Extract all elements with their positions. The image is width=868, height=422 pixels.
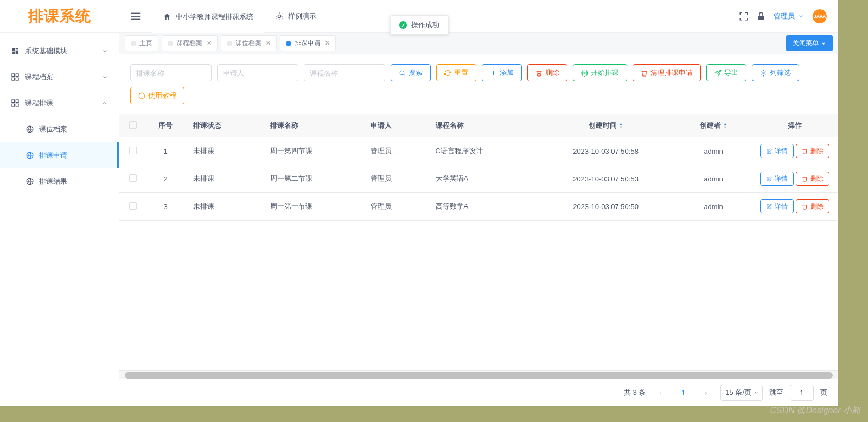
sidebar-item-label: 排课申请 <box>39 150 67 160</box>
tab-slot-archive[interactable]: 课位档案 ✕ <box>221 35 277 51</box>
tab-course-archive[interactable]: 课程档案 ✕ <box>162 35 218 51</box>
th-actions: 操作 <box>751 114 838 137</box>
refresh-icon <box>444 70 451 77</box>
cell-applicant: 管理员 <box>362 193 427 221</box>
delete-button[interactable]: 删除 <box>527 64 567 81</box>
svg-point-3 <box>278 15 280 17</box>
close-menu-button[interactable]: 关闭菜单 <box>786 35 833 51</box>
sidebar-sub-slot-archive[interactable]: 课位档案 <box>0 116 119 142</box>
cell-index: 3 <box>146 193 184 221</box>
jump-page-input[interactable] <box>790 385 814 401</box>
check-icon: ✓ <box>399 21 407 29</box>
detail-button[interactable]: 详情 <box>760 144 794 158</box>
svg-line-8 <box>277 13 277 14</box>
tutorial-button[interactable]: 使用教程 <box>130 87 184 104</box>
tab-dot-icon <box>168 41 173 46</box>
cell-created-at: 2023-10-03 07:50:58 <box>536 137 675 165</box>
search-applicant-input[interactable] <box>217 64 298 81</box>
page-number[interactable]: 1 <box>675 385 691 401</box>
th-created-at[interactable]: 创建时间▲▼ <box>536 114 675 137</box>
svg-point-35 <box>584 72 585 73</box>
header-tab-label: 中小学教师课程排课系统 <box>176 12 253 22</box>
avatar[interactable]: JAVA <box>812 9 827 24</box>
lock-button[interactable] <box>756 11 766 21</box>
sidebar-item-label: 课程档案 <box>25 72 53 82</box>
table-row: 3未排课周一第一节课管理员高等数学A2023-10-03 07:50:50adm… <box>119 193 838 221</box>
header-tab-system[interactable]: 中小学教师课程排课系统 <box>152 0 264 33</box>
select-all-checkbox[interactable] <box>129 121 137 129</box>
sidebar: 系统基础模块 课程档案 课程排课 课位档案 排课申请 <box>0 33 119 406</box>
close-icon[interactable]: ✕ <box>325 40 330 47</box>
svg-rect-15 <box>16 51 18 54</box>
svg-line-9 <box>282 18 282 19</box>
sort-icon: ▲▼ <box>619 123 623 129</box>
detail-button[interactable]: 详情 <box>760 172 794 186</box>
prev-page-button[interactable]: ‹ <box>652 385 668 401</box>
chevron-down-icon <box>754 390 759 395</box>
search-button[interactable]: 搜索 <box>391 64 431 81</box>
th-index: 序号 <box>146 114 184 137</box>
horizontal-scrollbar[interactable] <box>119 370 838 379</box>
svg-line-10 <box>277 18 277 19</box>
trash-icon <box>641 70 648 77</box>
start-schedule-button[interactable]: 开始排课 <box>573 64 627 81</box>
grid-icon <box>11 99 20 108</box>
success-toast: ✓ 操作成功 <box>390 15 449 35</box>
next-page-button[interactable]: › <box>698 385 714 401</box>
row-delete-button[interactable]: 删除 <box>796 144 829 158</box>
tab-schedule-request[interactable]: 排课申请 ✕ <box>280 35 336 51</box>
cell-course: 高等数学A <box>427 193 536 221</box>
sidebar-item-course-archive[interactable]: 课程档案 <box>0 64 119 90</box>
th-status: 排课状态 <box>184 114 261 137</box>
th-creator[interactable]: 创建者▲▼ <box>675 114 751 137</box>
close-menu-label: 关闭菜单 <box>793 39 819 48</box>
sidebar-item-schedule[interactable]: 课程排课 <box>0 90 119 116</box>
svg-rect-20 <box>16 78 18 80</box>
clear-requests-button[interactable]: 清理排课申请 <box>633 64 701 81</box>
row-checkbox[interactable] <box>129 147 137 154</box>
columns-button[interactable]: 列筛选 <box>752 64 799 81</box>
avatar-text: JAVA <box>814 14 826 19</box>
tab-dot-icon <box>131 41 136 46</box>
sidebar-item-base[interactable]: 系统基础模块 <box>0 38 119 64</box>
table: 序号 排课状态 排课名称 申请人 课程名称 创建时间▲▼ 创建者▲▼ 操作 1未… <box>119 114 838 370</box>
row-delete-button[interactable]: 删除 <box>796 172 829 186</box>
close-icon[interactable]: ✕ <box>207 40 212 47</box>
header-tab-demo[interactable]: 样例演示 <box>264 0 327 33</box>
close-icon[interactable]: ✕ <box>266 40 271 47</box>
cell-created-at: 2023-10-03 07:50:53 <box>536 165 675 193</box>
cell-name: 周一第四节课 <box>261 137 362 165</box>
gear-icon <box>581 70 588 77</box>
page-size-select[interactable]: 15 条/页 <box>720 385 763 401</box>
trash-icon <box>802 204 808 210</box>
menu-toggle-button[interactable] <box>119 10 152 22</box>
cell-applicant: 管理员 <box>362 137 427 165</box>
user-menu[interactable]: 管理员 <box>774 11 805 21</box>
pagination-total: 共 3 条 <box>624 388 646 398</box>
row-checkbox[interactable] <box>129 174 137 182</box>
fullscreen-button[interactable] <box>739 11 749 21</box>
cell-creator: admin <box>675 165 751 193</box>
search-course-input[interactable] <box>304 64 385 81</box>
search-name-input[interactable] <box>130 64 212 81</box>
sidebar-sub-schedule-request[interactable]: 排课申请 <box>0 142 119 168</box>
svg-point-31 <box>400 71 404 75</box>
tabs-bar: 主页 课程档案 ✕ 课位档案 ✕ 排课申请 ✕ 关 <box>119 33 838 54</box>
cell-status: 未排课 <box>184 165 261 193</box>
add-button[interactable]: 添加 <box>482 64 522 81</box>
th-applicant: 申请人 <box>362 114 427 137</box>
detail-button[interactable]: 详情 <box>760 199 794 213</box>
home-icon <box>163 12 171 21</box>
tab-dot-icon <box>286 41 291 46</box>
export-button[interactable]: 导出 <box>706 64 746 81</box>
tab-label: 课程档案 <box>176 39 202 48</box>
reset-button[interactable]: 重置 <box>436 64 476 81</box>
tab-home[interactable]: 主页 <box>125 35 158 51</box>
globe-icon <box>26 125 34 133</box>
globe-icon <box>26 178 34 185</box>
sidebar-sub-schedule-result[interactable]: 排课结果 <box>0 168 119 194</box>
sidebar-item-label: 系统基础模块 <box>25 46 67 56</box>
scrollbar-thumb[interactable] <box>125 372 833 379</box>
row-delete-button[interactable]: 删除 <box>796 199 829 213</box>
row-checkbox[interactable] <box>129 202 137 210</box>
